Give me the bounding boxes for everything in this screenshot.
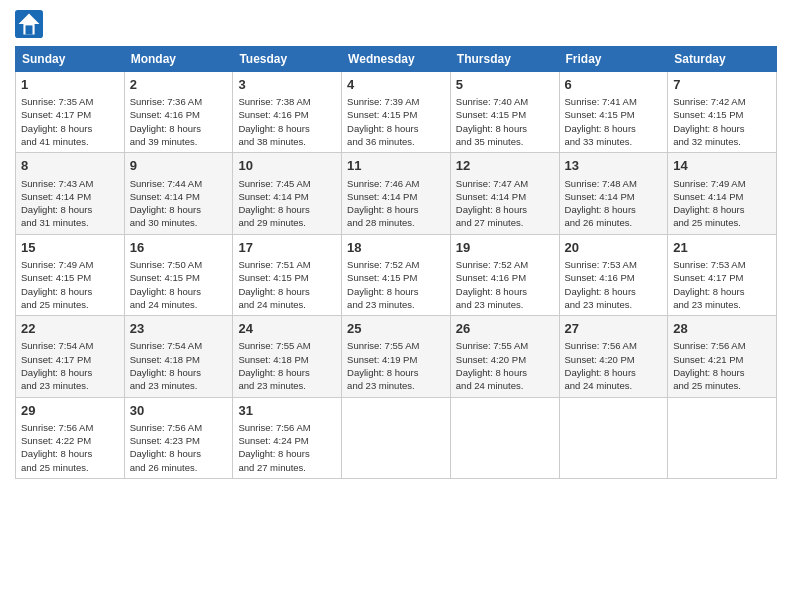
day-info-line: and 41 minutes. <box>21 135 119 148</box>
day-info-line: and 24 minutes. <box>565 379 663 392</box>
day-info-line: Daylight: 8 hours <box>347 203 445 216</box>
day-info-line: and 25 minutes. <box>673 216 771 229</box>
day-number: 4 <box>347 76 445 94</box>
day-info-line: Sunset: 4:15 PM <box>347 108 445 121</box>
day-info-line: Sunset: 4:16 PM <box>565 271 663 284</box>
day-info-line: and 39 minutes. <box>130 135 228 148</box>
header-day-tuesday: Tuesday <box>233 47 342 72</box>
day-info-line: Daylight: 8 hours <box>21 285 119 298</box>
day-info-line: Daylight: 8 hours <box>130 122 228 135</box>
day-info-line: and 25 minutes. <box>21 298 119 311</box>
day-info-line: Sunset: 4:14 PM <box>456 190 554 203</box>
day-number: 28 <box>673 320 771 338</box>
day-info-line: Daylight: 8 hours <box>21 203 119 216</box>
day-number: 21 <box>673 239 771 257</box>
calendar-cell: 21Sunrise: 7:53 AMSunset: 4:17 PMDayligh… <box>668 234 777 315</box>
calendar-cell: 26Sunrise: 7:55 AMSunset: 4:20 PMDayligh… <box>450 316 559 397</box>
day-info-line: Sunset: 4:20 PM <box>456 353 554 366</box>
day-info-line: Sunset: 4:15 PM <box>673 108 771 121</box>
day-info-line: Daylight: 8 hours <box>238 285 336 298</box>
calendar-cell: 24Sunrise: 7:55 AMSunset: 4:18 PMDayligh… <box>233 316 342 397</box>
day-info-line: and 32 minutes. <box>673 135 771 148</box>
day-info-line: and 36 minutes. <box>347 135 445 148</box>
calendar-cell <box>342 397 451 478</box>
calendar-cell: 29Sunrise: 7:56 AMSunset: 4:22 PMDayligh… <box>16 397 125 478</box>
day-number: 16 <box>130 239 228 257</box>
day-info-line: Daylight: 8 hours <box>21 366 119 379</box>
day-info-line: Daylight: 8 hours <box>673 285 771 298</box>
day-info-line: Sunrise: 7:41 AM <box>565 95 663 108</box>
day-info-line: Sunrise: 7:47 AM <box>456 177 554 190</box>
day-info-line: Sunset: 4:15 PM <box>347 271 445 284</box>
day-info-line: and 23 minutes. <box>456 298 554 311</box>
day-info-line: and 28 minutes. <box>347 216 445 229</box>
day-number: 3 <box>238 76 336 94</box>
header-day-wednesday: Wednesday <box>342 47 451 72</box>
logo <box>15 10 47 38</box>
day-info-line: Sunrise: 7:56 AM <box>673 339 771 352</box>
day-info-line: and 30 minutes. <box>130 216 228 229</box>
calendar-cell: 20Sunrise: 7:53 AMSunset: 4:16 PMDayligh… <box>559 234 668 315</box>
day-info-line: Sunrise: 7:39 AM <box>347 95 445 108</box>
day-info-line: Sunset: 4:21 PM <box>673 353 771 366</box>
calendar-cell: 3Sunrise: 7:38 AMSunset: 4:16 PMDaylight… <box>233 72 342 153</box>
day-info-line: Daylight: 8 hours <box>456 366 554 379</box>
calendar-cell: 23Sunrise: 7:54 AMSunset: 4:18 PMDayligh… <box>124 316 233 397</box>
day-number: 19 <box>456 239 554 257</box>
day-info-line: Sunset: 4:19 PM <box>347 353 445 366</box>
day-info-line: Sunset: 4:16 PM <box>130 108 228 121</box>
day-info-line: and 26 minutes. <box>130 461 228 474</box>
day-info-line: and 23 minutes. <box>130 379 228 392</box>
week-row-3: 15Sunrise: 7:49 AMSunset: 4:15 PMDayligh… <box>16 234 777 315</box>
day-info-line: Sunrise: 7:56 AM <box>21 421 119 434</box>
day-info-line: Daylight: 8 hours <box>130 447 228 460</box>
calendar-cell: 27Sunrise: 7:56 AMSunset: 4:20 PMDayligh… <box>559 316 668 397</box>
day-info-line: and 27 minutes. <box>238 461 336 474</box>
day-info-line: Sunset: 4:14 PM <box>347 190 445 203</box>
day-info-line: Daylight: 8 hours <box>673 203 771 216</box>
calendar-cell: 7Sunrise: 7:42 AMSunset: 4:15 PMDaylight… <box>668 72 777 153</box>
day-info-line: Sunset: 4:14 PM <box>673 190 771 203</box>
day-info-line: Sunrise: 7:35 AM <box>21 95 119 108</box>
day-info-line: Sunrise: 7:45 AM <box>238 177 336 190</box>
day-info-line: Sunrise: 7:54 AM <box>130 339 228 352</box>
day-info-line: and 23 minutes. <box>238 379 336 392</box>
calendar-cell: 13Sunrise: 7:48 AMSunset: 4:14 PMDayligh… <box>559 153 668 234</box>
calendar-table: SundayMondayTuesdayWednesdayThursdayFrid… <box>15 46 777 479</box>
header-day-sunday: Sunday <box>16 47 125 72</box>
day-number: 1 <box>21 76 119 94</box>
day-info-line: Sunrise: 7:52 AM <box>456 258 554 271</box>
calendar-cell: 22Sunrise: 7:54 AMSunset: 4:17 PMDayligh… <box>16 316 125 397</box>
day-info-line: and 23 minutes. <box>673 298 771 311</box>
day-info-line: Sunset: 4:15 PM <box>238 271 336 284</box>
day-info-line: and 23 minutes. <box>21 379 119 392</box>
day-number: 13 <box>565 157 663 175</box>
day-number: 8 <box>21 157 119 175</box>
calendar-cell: 15Sunrise: 7:49 AMSunset: 4:15 PMDayligh… <box>16 234 125 315</box>
day-info-line: Daylight: 8 hours <box>347 122 445 135</box>
day-info-line: Sunset: 4:16 PM <box>456 271 554 284</box>
page-container: SundayMondayTuesdayWednesdayThursdayFrid… <box>0 0 792 489</box>
day-info-line: Daylight: 8 hours <box>456 122 554 135</box>
day-number: 22 <box>21 320 119 338</box>
day-info-line: Daylight: 8 hours <box>456 285 554 298</box>
day-info-line: Sunset: 4:17 PM <box>21 108 119 121</box>
day-number: 5 <box>456 76 554 94</box>
day-info-line: Sunrise: 7:48 AM <box>565 177 663 190</box>
day-number: 17 <box>238 239 336 257</box>
day-info-line: Sunset: 4:18 PM <box>238 353 336 366</box>
day-info-line: Daylight: 8 hours <box>347 366 445 379</box>
calendar-cell: 1Sunrise: 7:35 AMSunset: 4:17 PMDaylight… <box>16 72 125 153</box>
calendar-cell <box>559 397 668 478</box>
calendar-cell: 25Sunrise: 7:55 AMSunset: 4:19 PMDayligh… <box>342 316 451 397</box>
day-info-line: Sunset: 4:14 PM <box>565 190 663 203</box>
header-day-friday: Friday <box>559 47 668 72</box>
header-day-thursday: Thursday <box>450 47 559 72</box>
day-info-line: Sunrise: 7:55 AM <box>456 339 554 352</box>
day-info-line: Daylight: 8 hours <box>130 366 228 379</box>
calendar-cell: 28Sunrise: 7:56 AMSunset: 4:21 PMDayligh… <box>668 316 777 397</box>
calendar-cell <box>668 397 777 478</box>
day-info-line: and 24 minutes. <box>238 298 336 311</box>
day-info-line: Sunrise: 7:40 AM <box>456 95 554 108</box>
day-number: 20 <box>565 239 663 257</box>
